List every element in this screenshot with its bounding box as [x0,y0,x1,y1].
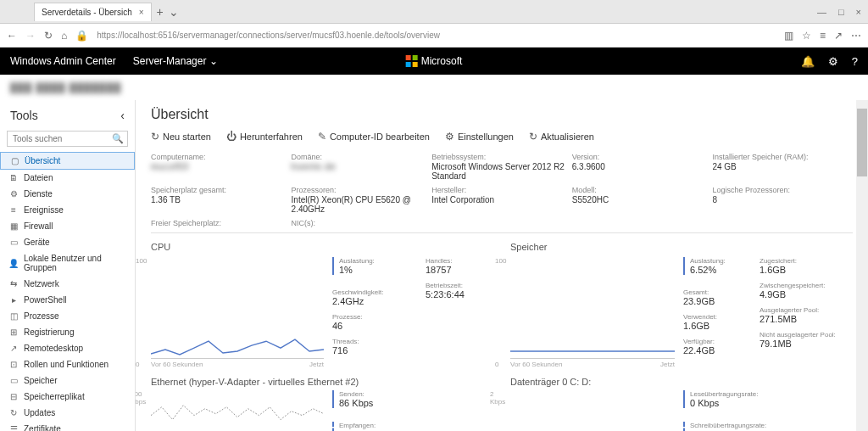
sidebar-item-remotedesktop[interactable]: ↗Remotedesktop [0,340,135,356]
vendor-label: Hersteller: [431,186,572,194]
sidebar-item-prozesse[interactable]: ◫Prozesse [0,308,135,324]
app-header: Windows Admin Center Server-Manager⌄ Mic… [0,48,868,75]
mem-panel-title: Speicher [510,242,853,252]
ram-label: Installierter Speicher (RAM): [712,153,853,161]
shutdown-button[interactable]: ⏻Herunterfahren [226,131,303,143]
nav-icon: 👤 [8,259,19,268]
sidebar: Tools‹ 🔍 ▢Übersicht🗎Dateien⚙Dienste≡Erei… [0,100,136,431]
sidebar-item-lokale-benutzer-und-gruppen[interactable]: 👤Lokale Benutzer und Gruppen [0,250,135,276]
memory-panel: Speicher 100 0 Vor 60 SekundenJetzt Ausl… [510,242,853,431]
back-icon[interactable]: ← [7,30,17,42]
nav-icon: ☰ [8,424,19,431]
search-icon[interactable]: 🔍 [112,133,124,144]
minimize-icon[interactable]: — [817,7,826,17]
nav-label: Ereignisse [24,205,64,215]
nav-icon: ⚙ [8,189,19,199]
disk-value: 1.36 TB [151,195,292,204]
cpu-panel: CPU 100 0 Vor 60 SekundenJetzt Auslastun… [151,242,493,431]
nav-icon: ≡ [8,205,19,215]
reading-icon[interactable]: ▥ [784,30,793,42]
sidebar-item-speicherreplikat[interactable]: ⊟Speicherreplikat [0,389,135,405]
search-input[interactable] [7,131,128,147]
gear-icon[interactable]: ⚙ [828,55,838,68]
nav-icon: ▦ [8,221,19,231]
sidebar-item-powershell[interactable]: ▸PowerShell [0,292,135,308]
window-titlebar: Serverdetails - Übersich × + ⌄ — □ × [0,0,868,24]
nav-label: Dateien [24,173,53,182]
collapse-icon[interactable]: ‹ [120,109,125,122]
sidebar-item-netzwerk[interactable]: ⇆Netzwerk [0,276,135,292]
computername-label: Computername: [151,153,292,161]
os-value: Microsoft Windows Server 2012 R2 Standar… [431,162,572,181]
microsoft-logo: Microsoft [406,55,463,67]
vendor-value: Intel Corporation [431,195,572,204]
os-label: Betriebssystem: [431,153,572,161]
refresh-button[interactable]: ↻Aktualisieren [529,131,594,143]
refresh-icon[interactable]: ↻ [44,30,53,42]
net-chart [151,390,324,431]
nav-label: Prozesse [24,311,59,321]
settings-button[interactable]: ⚙Einstellungen [445,131,514,143]
notification-icon[interactable]: 🔔 [801,55,815,68]
nics-label: NIC(s): [292,219,432,227]
maximize-icon[interactable]: □ [838,7,844,17]
nav-label: Dienste [24,189,53,199]
nav-icon: ▢ [9,156,19,165]
brand-label: Windows Admin Center [10,55,116,67]
server-manager-menu[interactable]: Server-Manager⌄ [133,55,219,67]
nav-label: Zertifikate [24,424,61,431]
forward-icon[interactable]: → [25,30,36,42]
sidebar-item-übersicht[interactable]: ▢Übersicht [0,152,135,170]
nav-icon: ⊡ [8,360,19,369]
sidebar-item-rollen-und-funktionen[interactable]: ⊡Rollen und Funktionen [0,356,135,372]
sidebar-item-updates[interactable]: ↻Updates [0,405,135,421]
sidebar-item-zertifikate[interactable]: ☰Zertifikate [0,421,135,431]
nav-icon: ⊟ [8,392,19,401]
sidebar-item-firewall[interactable]: ▦Firewall [0,218,135,234]
cpu-label: Prozessoren: [292,186,432,194]
domain-value: hoenle.de [292,162,432,171]
tab-more-icon[interactable]: ⌄ [169,5,179,19]
restart-button[interactable]: ↻Neu starten [151,131,211,143]
close-icon[interactable]: × [139,8,144,17]
nav-icon: ↗ [8,344,19,353]
lock-icon: 🔒 [75,30,88,42]
nav-label: Geräte [24,238,50,247]
nav-icon: 🗎 [8,173,19,182]
favorites-icon[interactable]: ≡ [820,30,826,42]
sidebar-item-dateien[interactable]: 🗎Dateien [0,170,135,186]
scrollbar[interactable] [856,100,868,431]
edit-id-button[interactable]: ✎Computer-ID bearbeiten [318,131,430,143]
sidebar-title: Tools‹ [0,105,135,126]
star-icon[interactable]: ☆ [802,30,811,42]
nav-label: Netzwerk [24,279,59,288]
version-value: 6.3.9600 [572,162,713,171]
new-tab-button[interactable]: + [157,5,164,19]
tab-title: Serverdetails - Übersich [42,8,132,17]
sidebar-item-speicher[interactable]: ▭Speicher [0,372,135,389]
nav-icon: ⊞ [8,327,19,337]
nav-label: Registrierung [24,327,74,337]
disk-panel-title: Datenträger 0 C: D: [510,377,853,387]
browser-tab[interactable]: Serverdetails - Übersich × [34,3,152,21]
window-close-icon[interactable]: × [856,7,861,17]
home-icon[interactable]: ⌂ [61,30,67,42]
nav-label: Remotedesktop [24,344,83,353]
net-panel-title: Ethernet (hyper-V-Adapter - virtuelles E… [151,377,493,387]
more-icon[interactable]: ⋯ [851,30,861,42]
version-label: Version: [572,153,713,161]
action-bar: ↻Neu starten ⏻Herunterfahren ✎Computer-I… [151,131,853,143]
content-area: Übersicht ↻Neu starten ⏻Herunterfahren ✎… [136,100,868,431]
sidebar-item-registrierung[interactable]: ⊞Registrierung [0,324,135,340]
breadcrumb-row: ███ ████ ███████ [0,75,868,100]
url-field[interactable]: https://localhost:6516/servermanager/con… [97,31,776,40]
nav-label: Lokale Benutzer und Gruppen [24,254,126,272]
sidebar-item-ereignisse[interactable]: ≡Ereignisse [0,202,135,218]
scrollbar-thumb[interactable] [857,109,867,176]
help-icon[interactable]: ? [852,55,858,68]
sidebar-item-geräte[interactable]: ▭Geräte [0,234,135,250]
computername-value: mucsf03 [151,162,292,171]
share-icon[interactable]: ↗ [834,30,843,42]
sidebar-item-dienste[interactable]: ⚙Dienste [0,186,135,202]
nav-label: Speicherreplikat [24,392,85,401]
